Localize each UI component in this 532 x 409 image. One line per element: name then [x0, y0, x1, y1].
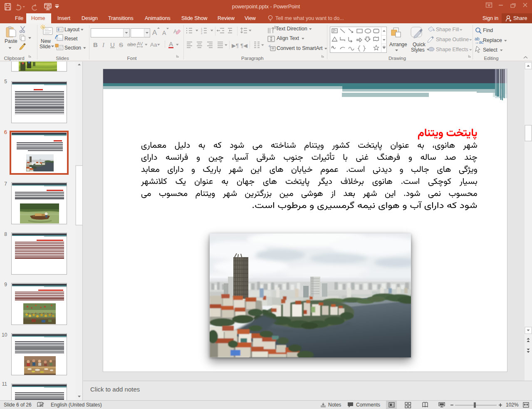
svg-text:A: A — [162, 30, 166, 36]
svg-text:Paste: Paste — [5, 38, 17, 44]
svg-text:Slide: Slide — [40, 44, 51, 50]
svg-text:I: I — [102, 42, 105, 48]
svg-text:Shape Fill: Shape Fill — [436, 27, 459, 32]
svg-text:Convert to SmartArt: Convert to SmartArt — [277, 45, 323, 51]
svg-text:Section: Section — [64, 45, 81, 51]
svg-text:3: 3 — [201, 32, 203, 35]
svg-text:Reset: Reset — [64, 36, 78, 42]
svg-text:¶◀: ¶◀ — [240, 42, 247, 49]
svg-text:Replace: Replace — [483, 37, 502, 43]
svg-text:B: B — [93, 41, 98, 48]
svg-text:Layout: Layout — [64, 27, 80, 32]
svg-text:AV: AV — [137, 41, 143, 46]
svg-text:abe: abe — [127, 42, 136, 47]
svg-text:Select: Select — [483, 47, 497, 53]
svg-text:→ac: →ac — [475, 40, 484, 45]
svg-text:Arrange: Arrange — [389, 42, 407, 47]
svg-text:A: A — [169, 40, 173, 47]
svg-text:New: New — [41, 38, 51, 44]
svg-text:Text Direction: Text Direction — [276, 26, 307, 32]
svg-text:Styles: Styles — [411, 47, 425, 53]
svg-text:Shape Effects: Shape Effects — [436, 47, 468, 52]
svg-text:Find: Find — [483, 27, 493, 33]
svg-text:S: S — [119, 41, 123, 48]
svg-text:Align Text: Align Text — [277, 35, 299, 41]
svg-text:Shape Outline: Shape Outline — [436, 37, 469, 42]
svg-text:A: A — [152, 29, 157, 37]
svg-text:▶¶: ▶¶ — [232, 42, 239, 49]
svg-text:Aa: Aa — [150, 42, 157, 48]
svg-text:Quick: Quick — [413, 42, 426, 47]
svg-text:U: U — [110, 41, 115, 48]
